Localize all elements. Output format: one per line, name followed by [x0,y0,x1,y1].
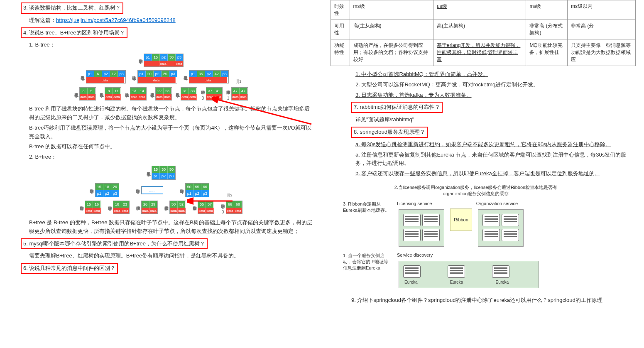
question-4: 4. 说说B-tree、B+tree的区别和使用场景？ [21,27,127,39]
question-7: 7. rabbitmq如何保证消息的可靠性？ [351,102,443,113]
q4-sub1: 1. B-tree： [29,41,313,49]
server-icon [448,265,465,278]
q8-b: a. 注册信息和更新会被复制到其他Eureka 节点，来自任何区域的客户端可以查… [355,151,636,168]
q7-answer: 详见"面试题库/rabbitmq" [355,115,636,124]
btree-diagram: 磁盘块 1 p115p230p3datadata 磁盘块 2p16p212p3d… [8,54,313,100]
q5-answer: 需要先理解B+tree、红黑树的实现原理。B+tree带有顺序访问指针，是红黑树… [29,252,313,260]
server-icon [403,229,421,241]
server-icon [502,214,519,226]
server-icon [403,214,421,226]
bplustree-diagram: 磁盘块 1153050p1p2p3 磁盘块 2151826p1p2p3 磁盘块 … [8,166,313,214]
mq-comparison-table: 时效性ms级us级ms级ms级以内 可用性高(主从架构)高(主从架构)非常高 (… [331,0,636,66]
ribbon-box: Ribbon [450,208,472,231]
btree-text-3: B-tree 的数据可以存在任何节点中。 [29,142,313,151]
mq-rec-3: 3. 日志采集功能，首选kafka，专为大数据准备。 [355,91,636,100]
springcloud-diagram: 2.当license服务调用organization服务，license服务会通… [343,184,623,290]
q8-c: b. 客户端还可以缓存一些服务实例信息，所以即使Eureka全挂掉，客户端也是可… [355,169,636,178]
question-6: 6. 说说几种常见的消息中间件的区别？ [21,263,118,274]
mq-rec-1: 1. 中小型公司首选RabbitMQ：管理界面简单，高并发。 [355,70,636,79]
mq-rec-2: 2. 大型公司可以选择RocketMQ：更高并发，可对rocketmq进行定制化… [355,81,636,89]
server-icon [502,229,519,241]
bptree-text: B+tree 是 B-tree 的变种，B+tree 数据只存储在叶子节点中。这… [29,218,313,236]
server-icon [422,214,440,226]
juejin-link[interactable]: https://juejin.im/post/5a27c6946fb9a0450… [56,17,176,23]
btree-text-1: B-tree 利用了磁盘块的特性进行构建的树。每个磁盘块一个节点，每个节点包含了… [29,105,313,122]
server-icon [492,265,509,278]
server-icon [403,265,421,278]
question-8: 8. springcloud服务发现原理？ [351,127,428,138]
server-icon [482,229,500,241]
btree-text-2: B-tree巧妙利用了磁盘预读原理，将一个节点的大小设为等于一个页（每页为4K）… [29,124,313,141]
question-9: 9. 介绍下springcloud各个组件？springcloud的注册中心除了… [351,296,636,305]
q4-sub2: 2. B+tree： [29,153,313,162]
question-3: 3. 谈谈数据结构，比如二叉树、红黑树？ [21,2,123,14]
server-icon [422,229,440,241]
question-5: 5. mysql哪个版本哪个存储引擎的索引使用的B+tree，为什么不使用红黑树… [21,238,208,250]
q8-a: a. 每30s发送心跳检测重新进行租约，如果客户端不能多次更新租约，它将在90s… [355,140,636,149]
q3-answer-prefix: 理解这篇： [29,17,56,23]
server-icon [482,214,500,226]
